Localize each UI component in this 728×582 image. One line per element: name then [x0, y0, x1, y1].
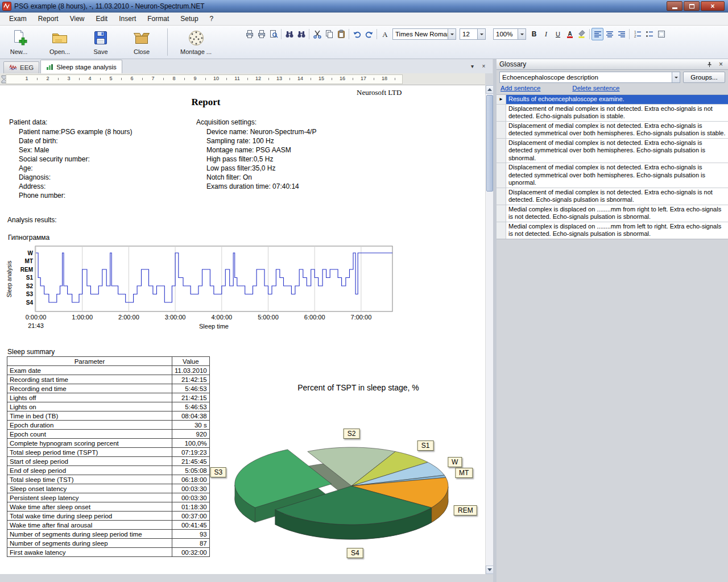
- acquisition-settings-list: Device name: Neuron-Spectrum-4/PSampling…: [206, 127, 316, 191]
- chevron-down-icon[interactable]: [448, 29, 456, 39]
- align-center-button[interactable]: [603, 28, 615, 40]
- summary-row: Total sleep time (TST)06:18:00: [7, 475, 210, 484]
- print-preview-button[interactable]: [267, 28, 279, 40]
- open-button[interactable]: Open...: [44, 27, 75, 56]
- menubar: ExamReportViewEditInsertFormatSetup?: [0, 13, 728, 26]
- svg-text:A: A: [568, 31, 572, 37]
- font-color-icon: A: [565, 30, 574, 39]
- underline-button[interactable]: U: [552, 28, 564, 40]
- montage-button[interactable]: Montage ...: [178, 27, 214, 56]
- paste-button[interactable]: [335, 28, 347, 40]
- patient-field: Phone number:: [19, 191, 132, 200]
- close-button[interactable]: ×: [701, 1, 725, 11]
- summary-row: Persistent sleep latency00:03:30: [7, 493, 210, 502]
- scissors-icon: [313, 30, 322, 39]
- document-scrollbar[interactable]: [485, 85, 493, 574]
- glossary-sentence-item[interactable]: Displacement of medial complex is not de…: [497, 139, 728, 164]
- pie-label-rem: REM: [454, 505, 477, 516]
- print-button[interactable]: [243, 28, 255, 40]
- highlight-button[interactable]: [576, 28, 588, 40]
- chevron-down-icon[interactable]: [477, 29, 485, 39]
- copy-button[interactable]: [323, 28, 335, 40]
- cut-button[interactable]: [311, 28, 323, 40]
- tab-list-dropdown-button[interactable]: ▾: [468, 62, 477, 70]
- scroll-down-button[interactable]: [486, 566, 494, 574]
- tab-eeg[interactable]: EEG: [3, 61, 39, 73]
- close-button[interactable]: Close: [126, 27, 157, 56]
- find-next-button[interactable]: [295, 28, 307, 40]
- bullet-list-button[interactable]: [643, 28, 655, 40]
- new-button[interactable]: New...: [3, 27, 34, 56]
- italic-icon: I: [541, 30, 551, 39]
- copy-icon: [325, 30, 334, 39]
- format-toolbar: A Times New Roman 12 100% BIUA12: [243, 27, 667, 41]
- description-template-combo[interactable]: Echoencephaloscope description: [499, 72, 680, 83]
- eeg-waveform-icon: [9, 64, 18, 71]
- close-panel-icon[interactable]: ×: [717, 60, 725, 69]
- summary-row: Recording start time21:42:15: [7, 375, 210, 384]
- groups-button[interactable]: Groups...: [683, 72, 725, 83]
- align-left-button[interactable]: [592, 28, 603, 40]
- delete-sentence-link[interactable]: Delete sentence: [572, 85, 619, 93]
- summary-row: Exam date11.03.2010: [7, 366, 210, 375]
- italic-button[interactable]: I: [540, 28, 552, 40]
- report-title: Report: [0, 97, 412, 108]
- chevron-down-icon[interactable]: [518, 29, 526, 39]
- scroll-up-button[interactable]: [486, 85, 494, 94]
- preview-icon: [269, 30, 278, 39]
- undo-button[interactable]: [351, 28, 363, 40]
- patient-field: Age:: [19, 164, 132, 173]
- save-button[interactable]: Save: [85, 27, 116, 56]
- quick-print-button[interactable]: [255, 28, 267, 40]
- align-right-button[interactable]: [615, 28, 627, 40]
- svg-text:REM: REM: [20, 267, 33, 273]
- menu-item-report[interactable]: Report: [32, 13, 64, 24]
- menu-item-view[interactable]: View: [64, 13, 90, 24]
- patient-field: Date of birth:: [19, 136, 132, 146]
- redo-button[interactable]: [363, 28, 375, 40]
- scrollbar-thumb[interactable]: [486, 95, 493, 192]
- summary-row: Epoch duration30 s: [7, 421, 210, 430]
- font-a-icon: A: [380, 30, 390, 39]
- numbered-list-button[interactable]: 12: [631, 28, 643, 40]
- hypnogram-chart: WMTREMS1S2S3S4Sleep analysis0:00:001:00:…: [0, 245, 421, 338]
- maximize-button[interactable]: [684, 1, 700, 11]
- menu-item-exam[interactable]: Exam: [3, 13, 32, 24]
- glossary-sentence-item[interactable]: ►Results of echoencephaloscope examine.: [497, 95, 728, 105]
- summary-row: Total wake time during sleep period00:37…: [7, 512, 210, 521]
- acquisition-field: Low pass filter:35,0 Hz: [206, 164, 316, 173]
- font-button[interactable]: A: [379, 28, 391, 40]
- glossary-sentence-item[interactable]: Displacement of medial complex is not de…: [497, 188, 728, 205]
- svg-text:S3: S3: [26, 291, 34, 297]
- svg-text:B: B: [531, 30, 536, 38]
- main-toolbar: New...Open...SaveCloseMontage ... A Time…: [0, 26, 728, 59]
- menu-item-edit[interactable]: Edit: [90, 13, 114, 24]
- glossary-sentence-item[interactable]: Medial complex is displaced on ........m…: [497, 205, 728, 222]
- menu-item-setup[interactable]: Setup: [175, 13, 204, 24]
- menu-item-format[interactable]: Format: [142, 13, 175, 24]
- font-name-combo[interactable]: Times New Roman: [392, 28, 456, 40]
- glossary-sentence-item[interactable]: Medial complex is displaced on ........m…: [497, 222, 728, 239]
- menu-item-help[interactable]: ?: [204, 13, 220, 24]
- font-size-value: 12: [460, 31, 477, 38]
- minimize-button[interactable]: [667, 1, 682, 11]
- summary-row: Recording end time5:46:53: [7, 384, 210, 393]
- glossary-sentence-item[interactable]: Displacement of medial complex is not de…: [497, 105, 728, 122]
- font-size-combo[interactable]: 12: [460, 28, 486, 40]
- find-button[interactable]: [283, 28, 295, 40]
- page-border-button[interactable]: [655, 28, 667, 40]
- menu-item-insert[interactable]: Insert: [113, 13, 142, 24]
- bold-button[interactable]: B: [528, 28, 540, 40]
- patient-field: Diagnosis:: [19, 173, 132, 182]
- tab-sleep-stage-analysis[interactable]: Sleep stage analysis: [40, 60, 122, 73]
- glossary-sentence-item[interactable]: Displacement of medial complex is not de…: [497, 163, 728, 188]
- svg-text:U: U: [556, 31, 560, 38]
- add-sentence-link[interactable]: Add sentence: [500, 85, 540, 93]
- binoculars-icon: [297, 30, 306, 39]
- font-color-button[interactable]: A: [564, 28, 576, 40]
- chevron-down-icon[interactable]: [672, 72, 680, 82]
- pin-icon[interactable]: [705, 60, 714, 69]
- close-tab-button[interactable]: ×: [479, 62, 488, 70]
- glossary-sentence-item[interactable]: Displacement of medial complex is not de…: [497, 122, 728, 139]
- zoom-combo[interactable]: 100%: [493, 28, 526, 40]
